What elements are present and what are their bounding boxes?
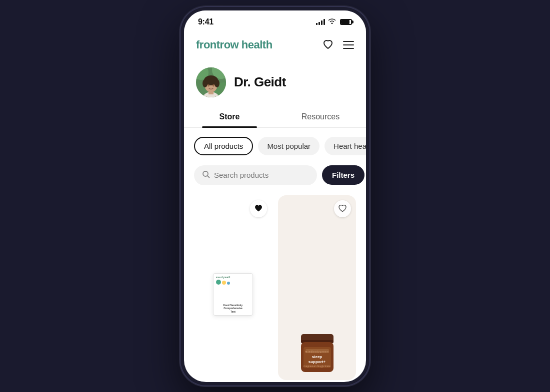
phone-screen: 9:41	[184, 10, 366, 382]
avatar	[196, 67, 226, 97]
product-graphic	[216, 280, 230, 285]
search-input[interactable]	[214, 171, 309, 179]
product-box: everlywell Food SensitivityComprehensive…	[213, 273, 253, 316]
search-bar	[194, 165, 317, 185]
svg-text:sleep: sleep	[312, 355, 322, 359]
wifi-icon	[328, 18, 336, 25]
product-image: mindbodygreen sleep support+ magnesium b…	[284, 201, 350, 374]
status-time: 9:41	[198, 17, 214, 26]
battery-icon	[340, 19, 352, 25]
svg-point-8	[202, 79, 208, 87]
chip-all-products[interactable]: All products	[194, 137, 253, 155]
tab-resources[interactable]: Resources	[275, 105, 366, 127]
chip-heart-health[interactable]: Heart health	[324, 137, 366, 155]
app-logo: frontrow health	[196, 38, 272, 51]
products-grid: everlywell Food SensitivityComprehensive…	[184, 193, 366, 382]
search-section: Filters	[184, 161, 366, 193]
phone-device: 9:41	[180, 6, 370, 386]
svg-text:magnesium bisglycinate: magnesium bisglycinate	[304, 365, 330, 368]
svg-point-11	[212, 84, 214, 86]
search-icon	[202, 170, 210, 180]
svg-text:support+: support+	[308, 360, 326, 364]
phone-wrapper: 9:41	[170, 0, 380, 392]
tab-store[interactable]: Store	[184, 105, 275, 127]
product-favorite-button[interactable]	[250, 200, 267, 217]
tabs-section: Store Resources	[184, 105, 366, 128]
doctor-name: Dr. Geidt	[234, 74, 286, 90]
menu-icon	[343, 48, 354, 49]
favorites-button[interactable]	[322, 38, 334, 51]
product-card: mindbodygreen sleep support+ magnesium b…	[278, 195, 356, 380]
chip-most-popular[interactable]: Most popular	[258, 137, 320, 155]
product-image: everlywell Food SensitivityComprehensive…	[200, 272, 266, 317]
menu-button[interactable]	[343, 41, 354, 49]
header-actions	[322, 38, 354, 51]
filters-button[interactable]: Filters	[322, 165, 364, 185]
svg-text:mindbodygreen: mindbodygreen	[305, 350, 328, 353]
menu-icon	[343, 44, 354, 45]
product-brand: everlywell	[214, 274, 252, 288]
status-icons	[316, 18, 352, 25]
doctor-section: Dr. Geidt	[184, 57, 366, 105]
signal-icon	[316, 19, 325, 25]
app-header: frontrow health	[184, 30, 366, 57]
product-title: Food SensitivityComprehensiveTest	[224, 304, 243, 314]
app-content: frontrow health	[184, 30, 366, 382]
menu-icon	[343, 41, 354, 42]
product-favorite-button[interactable]	[334, 200, 351, 217]
brand-label: everlywell	[216, 276, 230, 279]
status-bar: 9:41	[184, 10, 366, 30]
filter-chips: All products Most popular Heart health	[184, 128, 366, 161]
product-card: everlywell Food SensitivityComprehensive…	[194, 195, 272, 380]
svg-point-9	[214, 79, 220, 87]
supplement-jar: mindbodygreen sleep support+ magnesium b…	[298, 329, 336, 374]
svg-point-10	[208, 84, 210, 86]
